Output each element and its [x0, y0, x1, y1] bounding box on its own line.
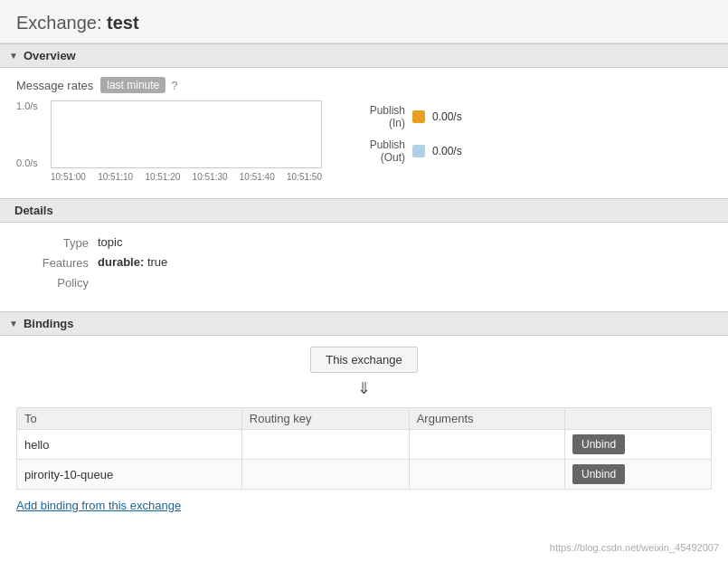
details-value-type: topic: [98, 235, 122, 250]
this-exchange-btn-row: This exchange: [16, 347, 712, 373]
legend-publish-in-value: 0.00/s: [432, 110, 462, 123]
x-label-5: 10:51:50: [287, 172, 322, 182]
bindings-section-label: Bindings: [24, 317, 74, 330]
table-row: pirority-10-queue Unbind: [17, 460, 712, 490]
bindings-section-header[interactable]: ▼ Bindings: [0, 311, 728, 336]
details-table: Type topic Features durable: true Policy: [16, 235, 712, 290]
details-section-header[interactable]: Details: [0, 198, 728, 223]
col-header-routing-key: Routing key: [241, 408, 409, 430]
x-label-4: 10:51:40: [240, 172, 275, 182]
details-row-type: Type topic: [16, 235, 712, 250]
chart-x-labels: 10:51:00 10:51:10 10:51:20 10:51:30 10:5…: [51, 172, 322, 182]
binding-to-pirority: pirority-10-queue: [17, 460, 242, 490]
col-header-to: To: [17, 408, 242, 430]
bindings-table-body: hello Unbind pirority-10-queue Unbind: [17, 430, 712, 490]
chart-y-bottom: 0.0/s: [16, 157, 38, 168]
overview-section-label: Overview: [24, 49, 76, 62]
legend-item-publish-out: Publish(Out) 0.00/s: [351, 138, 462, 164]
details-value-features: durable: true: [98, 255, 167, 270]
last-minute-badge: last minute: [100, 77, 165, 93]
bindings-table-head: To Routing key Arguments: [17, 408, 712, 430]
legend-publish-in-color: [412, 110, 425, 123]
chart-area: 1.0/s 0.0/s 10:51:00 10:51:10 10:51:20 1…: [16, 100, 712, 182]
legend-publish-out-color: [412, 145, 425, 157]
message-rates-label: Message rates: [16, 79, 93, 92]
col-header-actions: [565, 408, 712, 430]
legend-area: Publish(In) 0.00/s Publish(Out) 0.00/s: [351, 100, 462, 164]
legend-publish-out-label: Publish(Out): [351, 138, 405, 164]
chart-y-top: 1.0/s: [16, 100, 38, 111]
overview-section-header[interactable]: ▼ Overview: [0, 43, 728, 68]
arrow-down-icon: ⇓: [16, 378, 712, 398]
table-row: hello Unbind: [17, 430, 712, 460]
details-row-policy: Policy: [16, 275, 712, 290]
page-title: Exchange: test: [0, 0, 728, 43]
bindings-body: This exchange ⇓ To Routing key Arguments…: [0, 336, 728, 525]
binding-action-2: Unbind: [565, 460, 712, 490]
unbind-button-hello[interactable]: Unbind: [572, 434, 625, 454]
overview-section-body: Message rates last minute ? 1.0/s 0.0/s …: [0, 68, 728, 195]
details-key-policy: Policy: [16, 275, 98, 290]
add-binding-link[interactable]: Add binding from this exchange: [16, 499, 181, 512]
chart-container: 1.0/s 0.0/s 10:51:00 10:51:10 10:51:20 1…: [16, 100, 324, 182]
binding-arguments-2: [409, 460, 564, 490]
x-label-1: 10:51:10: [98, 172, 133, 182]
this-exchange-button[interactable]: This exchange: [310, 347, 418, 373]
details-key-type: Type: [16, 235, 98, 250]
details-section-label: Details: [14, 204, 53, 217]
details-row-features: Features durable: true: [16, 255, 712, 270]
binding-routing-key-2: [241, 460, 409, 490]
x-label-3: 10:51:30: [193, 172, 228, 182]
chart-box: [51, 100, 322, 168]
binding-arguments-1: [409, 430, 564, 460]
features-durable-key: durable:: [98, 255, 147, 269]
question-mark-icon[interactable]: ?: [171, 79, 177, 92]
details-key-features: Features: [16, 255, 98, 270]
bindings-table-header-row: To Routing key Arguments: [17, 408, 712, 430]
binding-routing-key-1: [241, 430, 409, 460]
binding-to-hello: hello: [17, 430, 242, 460]
page-title-label: Exchange:: [16, 13, 107, 33]
overview-arrow-icon: ▼: [9, 51, 18, 61]
legend-item-publish-in: Publish(In) 0.00/s: [351, 104, 462, 129]
legend-publish-in-label: Publish(In): [351, 104, 405, 129]
bindings-arrow-icon: ▼: [9, 319, 18, 329]
bindings-table: To Routing key Arguments hello Unbind pi…: [16, 407, 712, 490]
legend-publish-out-value: 0.00/s: [432, 145, 462, 157]
x-label-2: 10:51:20: [145, 172, 180, 182]
x-label-0: 10:51:00: [51, 172, 86, 182]
chart-y-labels: 1.0/s 0.0/s: [16, 100, 38, 168]
message-rates-row: Message rates last minute ?: [16, 77, 712, 93]
details-section-body: Type topic Features durable: true Policy: [0, 223, 728, 308]
unbind-button-pirority[interactable]: Unbind: [572, 464, 625, 484]
watermark: https://blog.csdn.net/weixin_45492007: [550, 542, 719, 553]
page-title-value: test: [107, 13, 139, 33]
binding-action-1: Unbind: [565, 430, 712, 460]
col-header-arguments: Arguments: [409, 408, 564, 430]
